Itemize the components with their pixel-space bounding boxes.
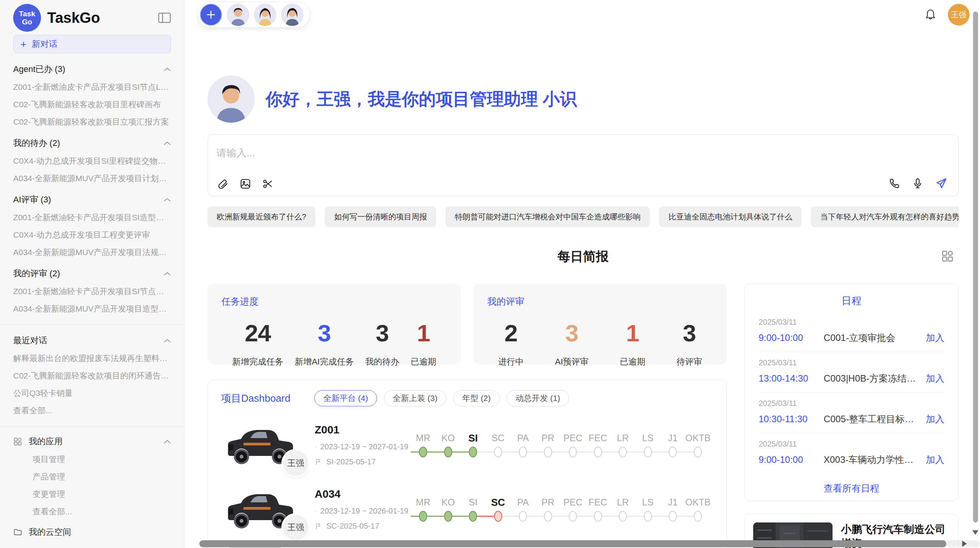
- milestone-label: LR: [610, 495, 636, 509]
- clock-icon: [315, 507, 317, 515]
- milestone-node: [594, 447, 602, 457]
- sidebar-task-item[interactable]: C0X4-动力总成开发项目工程变更评审: [13, 229, 171, 240]
- sidebar-task-item[interactable]: C0X4-动力总成开发项目SI里程碑提交物检查: [13, 156, 171, 166]
- milestone: LS: [636, 495, 661, 523]
- schedule-date: 2025/03/11: [759, 440, 944, 449]
- schedule-time: 9:00-10:00: [759, 454, 824, 465]
- sidebar-section-header[interactable]: 我的待办 (2): [13, 137, 171, 149]
- sidebar-task-item[interactable]: A034-全新新能源MUV产品开发项目法规符合性评审: [13, 247, 171, 258]
- agent-avatar-3[interactable]: [281, 3, 303, 26]
- stat-value: 3: [365, 319, 399, 347]
- schedule-time: 13:00-14:30: [759, 373, 824, 384]
- schedule-view-all[interactable]: 查看所有日程: [759, 482, 944, 495]
- send-icon[interactable]: [935, 177, 947, 190]
- scissors-icon[interactable]: [262, 178, 274, 190]
- plus-icon: +: [21, 39, 26, 49]
- sidebar-task-item[interactable]: C02-飞腾新能源轻客改款项目立项汇报方案: [13, 116, 171, 127]
- image-icon[interactable]: [240, 178, 251, 190]
- sidebar-task-item[interactable]: Z001-全新燃油轻卡产品开发项目SI造型提交物评审: [13, 212, 171, 223]
- join-button[interactable]: 加入: [926, 332, 944, 344]
- sidebar-item-cloud[interactable]: 我的云空间: [13, 526, 171, 538]
- milestone-node-row: [560, 509, 586, 523]
- schedule-time: 9:00-10:00: [759, 332, 824, 343]
- suggestion-chip[interactable]: 比亚迪全固态电池计划具体说了什么: [659, 206, 802, 227]
- milestone-track: MRKOSISCPAPRPECFECLRLSJ1OKTB: [411, 431, 713, 459]
- attachment-icon[interactable]: [217, 178, 229, 190]
- join-button[interactable]: 加入: [926, 372, 944, 385]
- dashboard-tab[interactable]: 全新上装 (3): [384, 390, 447, 406]
- user-avatar[interactable]: 王强: [948, 4, 970, 26]
- agent-avatar-2[interactable]: [254, 3, 276, 26]
- cloud-label: 我的云空间: [29, 526, 171, 538]
- schedule-entry[interactable]: 2025/03/119:00-10:00C001-立项审批会加入: [759, 312, 944, 352]
- new-chat-button[interactable]: + 新对话: [13, 35, 171, 53]
- recent-view-all[interactable]: 查看全部...: [13, 405, 171, 416]
- stat-label: 已逾期: [620, 356, 645, 368]
- scroll-down-arrow-icon[interactable]: [972, 530, 978, 535]
- suggestion-chip[interactable]: 如何写一份清晰的项目周报: [325, 206, 436, 227]
- recent-item[interactable]: 公司Q3轻卡销量: [13, 388, 171, 399]
- logo-line1: Task: [19, 10, 35, 18]
- sidebar-task-item[interactable]: Z001-全新燃油皮卡产品开发项目SI节点Lesson Learn报告: [13, 82, 171, 92]
- vertical-scrollbar-thumb[interactable]: [973, 12, 978, 522]
- add-agent-button[interactable]: [200, 3, 222, 26]
- milestone: PEC: [560, 495, 586, 523]
- sidebar-item-my-apps[interactable]: 我的应用: [13, 436, 171, 447]
- sidebar-section-recent[interactable]: 最近对话: [13, 335, 171, 346]
- recent-item[interactable]: 解释最新出台的欧盟报废车法规再生塑料比例被调至15%...: [13, 353, 171, 364]
- suggestion-chip[interactable]: 特朗普可能对进口汽车增税会对中国车企造成哪些影响: [445, 206, 650, 227]
- sidebar-task-item[interactable]: A034-全新新能源MUV产品开发项目计划变更表编写: [13, 173, 171, 184]
- scroll-right-arrow-icon[interactable]: [962, 541, 967, 547]
- sidebar-task-item[interactable]: Z001-全新燃油轻卡产品开发项目SI节点属性5D文件评审: [13, 286, 171, 297]
- milestone-node-row: [436, 509, 461, 523]
- project-row[interactable]: 王强 A034 2023-12-19 ~ 2026-01-19 SC-2025-…: [221, 484, 713, 535]
- daily-brief-title: 每日简报: [207, 248, 959, 265]
- suggestion-chip[interactable]: 欧洲新规最近颁布了什么?: [207, 206, 315, 227]
- sidebar-section-header[interactable]: Agent已办 (3): [13, 63, 171, 75]
- sidebar-section-header[interactable]: 我的评审 (2): [13, 268, 171, 279]
- stat-label: 待评审: [677, 356, 702, 368]
- bell-icon[interactable]: [925, 9, 936, 21]
- project-thumbnail: 王强: [221, 420, 298, 471]
- agent-avatar-1[interactable]: [227, 3, 249, 26]
- horizontal-scrollbar[interactable]: [199, 540, 980, 547]
- schedule-entry[interactable]: 2025/03/1113:00-14:30C003|H0B-方案冻结评审加入: [759, 352, 944, 392]
- sidebar-collapse-icon[interactable]: [158, 12, 171, 23]
- microphone-icon[interactable]: [912, 178, 923, 189]
- phone-icon[interactable]: [889, 178, 900, 189]
- join-button[interactable]: 加入: [926, 413, 944, 425]
- stat-item: 3待评审: [677, 319, 702, 368]
- dashboard-tab[interactable]: 年型 (2): [453, 390, 500, 406]
- milestone-node-row: [636, 509, 661, 523]
- suggestion-chip[interactable]: 当下年轻人对汽车外观有怎样的喜好趋势: [811, 206, 959, 227]
- chevron-up-icon: [163, 67, 171, 72]
- apps-view-all[interactable]: 查看全部...: [33, 506, 171, 517]
- schedule-entry[interactable]: 2025/03/1110:30-11:30C005-整车工程目标评审加入: [759, 392, 944, 433]
- app-item[interactable]: 项目管理: [33, 454, 171, 465]
- project-row[interactable]: 王强 Z001 2023-12-19 ~ 2027-01-19 SI-2025-…: [221, 420, 713, 471]
- app-item[interactable]: 产品管理: [33, 471, 171, 482]
- join-button[interactable]: 加入: [926, 454, 944, 466]
- milestone-node-row: [660, 445, 685, 459]
- horizontal-scrollbar-thumb[interactable]: [199, 540, 946, 547]
- milestone: LS: [636, 431, 661, 459]
- app-item[interactable]: 变更管理: [33, 489, 171, 500]
- stat-value: 1: [620, 319, 645, 347]
- schedule-time: 10:30-11:30: [759, 414, 824, 425]
- stats-row: 任务进度 24新增完成任务3新增AI完成任务3我的待办1已逾期 我的评审 2进行…: [207, 284, 727, 364]
- milestone: SC: [486, 431, 511, 459]
- sidebar-task-item[interactable]: A034-全新新能源MUV产品开发项目造型可行性评审: [13, 303, 171, 314]
- dashboard-tab[interactable]: 全新平台 (4): [314, 390, 377, 406]
- layout-grid-icon[interactable]: [940, 249, 955, 264]
- sidebar-section-header[interactable]: AI评审 (3): [13, 194, 171, 206]
- recent-item[interactable]: C02-飞腾新能源轻客改款项目的闭环通告反馈情况: [13, 370, 171, 381]
- stat-item: 3新增AI完成任务: [295, 319, 354, 368]
- milestone-node: [619, 447, 627, 457]
- milestone-node: [519, 511, 527, 522]
- chat-input[interactable]: [216, 146, 742, 170]
- main-area: 王强 你好，王强，我是你的项目管理助理 小识: [185, 0, 980, 548]
- sidebar-task-item[interactable]: C02-飞腾新能源轻客改款项目里程碑画布: [13, 99, 171, 110]
- dashboard-tab[interactable]: 动总开发 (1): [507, 390, 569, 406]
- stat-item: 2进行中: [498, 319, 524, 368]
- schedule-entry[interactable]: 2025/03/119:00-10:00X003-车辆动力学性能验...加入: [759, 433, 944, 474]
